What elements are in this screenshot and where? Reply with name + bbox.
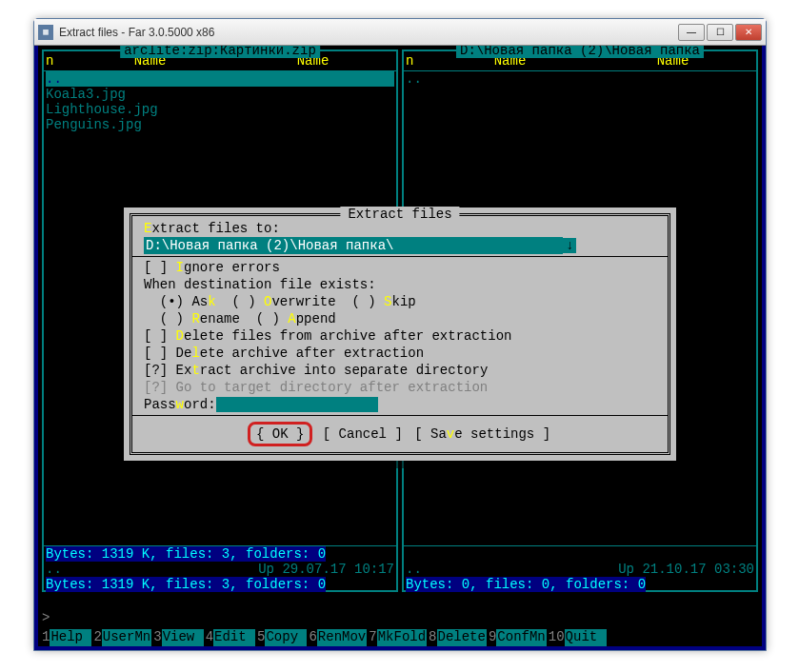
ignore-errors-checkbox[interactable]: [ ] Ignore errors [144,259,656,276]
dialog-buttons: { OK } [ Cancel ] [ Save settings ] [144,418,656,448]
ok-button[interactable]: { OK } [254,426,306,442]
list-item[interactable]: Penguins.jpg [46,117,394,132]
list-item-updir[interactable]: .. [406,71,754,87]
close-button[interactable]: ✕ [735,24,762,41]
list-item[interactable]: Lighthouse.jpg [46,102,394,117]
radio-append[interactable]: ( ) Append [240,311,336,326]
minimize-button[interactable]: — [678,24,705,41]
ok-highlight: { OK } [248,422,312,446]
footer-date: 29.07.17 10:17 [282,562,394,577]
extract-to-label: Extract files to: [144,220,656,237]
key-num: 10 [549,629,565,646]
command-line[interactable]: > [42,610,758,625]
key-edit[interactable]: Edit [213,629,255,646]
key-num: 5 [257,629,265,646]
footer-row: .. Up 29.07.17 10:17 [42,562,398,577]
key-renmov[interactable]: RenMov [317,629,367,646]
left-panel-footer: Bytes: 1319 K, files: 3, folders: 0 .. U… [42,545,398,592]
bytes-line2: Bytes: 0, files: 0, folders: 0 [402,577,758,592]
when-exists-label: When destination file exists: [144,276,656,293]
password-row: Password: [144,396,656,413]
cancel-button[interactable]: [ Cancel ] [321,426,405,442]
goto-target-checkbox: [?] Go to target directory after extract… [144,379,656,396]
dialog-title: Extract files [340,207,459,222]
titlebar: ▦ Extract files - Far 3.0.5000 x86 — ☐ ✕ [34,19,766,46]
key-num: 3 [153,629,161,646]
key-copy[interactable]: Copy [265,629,307,646]
key-num: 6 [309,629,316,646]
left-panel-body: .. Koala3.jpg Lighthouse.jpg Penguins.jp… [44,71,396,132]
dropdown-icon[interactable]: ↓ [563,238,576,253]
window-buttons: — ☐ ✕ [678,24,762,41]
footer-date: 21.10.17 03:30 [642,562,754,577]
left-panel-title: arclite:zip:Картинки.zip [120,46,320,58]
bytes-line2: Bytes: 1319 K, files: 3, folders: 0 [42,577,398,592]
extract-dialog: Extract files Extract files to: D:\Новая… [124,208,676,461]
right-panel-body: .. [404,71,756,87]
footer-updir: .. [46,562,62,577]
key-num: 9 [489,629,496,646]
right-panel-title: D:\Новая папка (2)\Новая папка [456,46,704,58]
footer-row: .. Up 21.10.17 03:30 [402,562,758,577]
console-area: arclite:zip:Картинки.zip n Name Name .. … [38,46,762,646]
key-delete[interactable]: Delete [437,629,487,646]
footer-up: Up [618,562,634,577]
key-num: 8 [429,629,436,646]
key-num: 2 [93,629,101,646]
radio-ask[interactable]: (•) Ask [144,294,216,309]
key-help[interactable]: Help [50,629,91,646]
keybar: 1Help 2UserMn 3View 4Edit 5Copy 6RenMov … [38,629,762,646]
extract-path-input[interactable]: D:\Новая папка (2)\Новая папка\ [144,237,563,254]
overwrite-radios-row1: (•) Ask ( ) Overwrite ( ) Skip [144,293,656,310]
delete-archive-checkbox[interactable]: [ ] Delete archive after extraction [144,345,656,362]
key-confmn[interactable]: ConfMn [496,629,546,646]
separate-dir-checkbox[interactable]: [?] Extract archive into separate direct… [144,362,656,379]
right-panel-footer: .. Up 21.10.17 03:30 Bytes: 0, files: 0,… [402,545,758,592]
footer-up: Up [258,562,274,577]
col-n: n [46,53,69,69]
dialog-frame: Extract files Extract files to: D:\Новая… [130,213,670,455]
overwrite-radios-row2: ( ) Rename ( ) Append [144,310,656,327]
maximize-button[interactable]: ☐ [707,24,733,41]
radio-skip[interactable]: ( ) Skip [336,294,416,309]
list-item[interactable]: Koala3.jpg [46,87,394,102]
save-settings-button[interactable]: [ Save settings ] [412,426,552,442]
footer-updir: .. [406,562,422,577]
bytes-line: Bytes: 1319 K, files: 3, folders: 0 [42,546,398,562]
key-quit[interactable]: Quit [565,629,607,646]
key-num: 7 [369,629,376,646]
app-window: ▦ Extract files - Far 3.0.5000 x86 — ☐ ✕… [33,18,767,651]
key-view[interactable]: View [162,629,204,646]
extract-path-row: D:\Новая папка (2)\Новая папка\↓ [144,237,656,254]
window-title: Extract files - Far 3.0.5000 x86 [59,26,678,39]
delete-files-checkbox[interactable]: [ ] Delete files from archive after extr… [144,327,656,345]
col-n: n [406,53,429,69]
key-num: 4 [206,629,213,646]
separator [132,256,668,257]
key-num: 1 [42,629,50,646]
list-item-updir[interactable]: .. [46,71,394,87]
app-icon: ▦ [38,25,53,40]
bytes-line-empty [402,546,758,562]
separator [132,415,668,416]
radio-rename[interactable]: ( ) Rename [144,311,240,326]
password-input[interactable] [216,397,378,412]
key-mkfold[interactable]: MkFold [377,629,427,646]
radio-overwrite[interactable]: ( ) Overwrite [216,294,336,309]
key-usermn[interactable]: UserMn [102,629,151,646]
